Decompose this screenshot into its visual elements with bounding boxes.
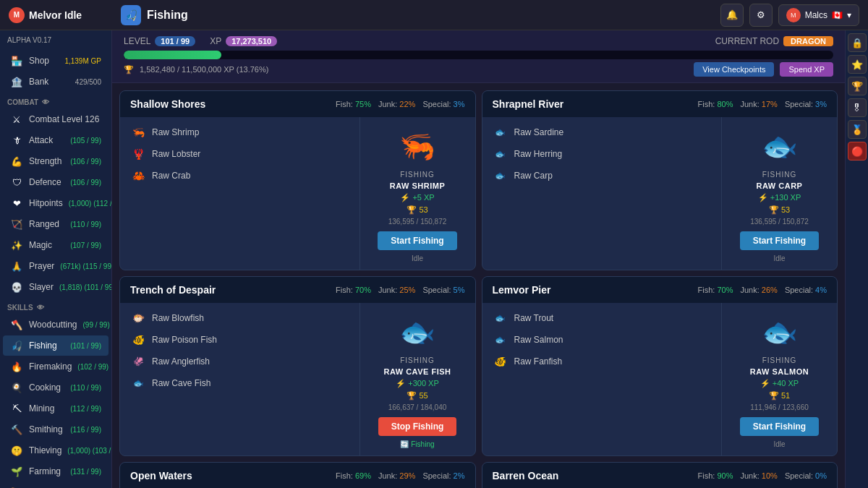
herring-icon: 🐟 (493, 146, 509, 162)
user-menu[interactable]: M Malcs 🇨🇦 ▾ (778, 4, 859, 26)
right-panel-trophy-button[interactable]: 🏆 (848, 77, 867, 95)
sidebar: ALPHA V0.17 🏪 Shop 1,139M GP 🏦 Bank 429/… (0, 30, 112, 488)
slayer-icon: 💀 (10, 281, 23, 294)
shrimp-icon: 🦐 (130, 124, 146, 140)
right-panel-badge-button[interactable]: 🏅 (848, 120, 867, 139)
sidebar-item-bank[interactable]: 🏦 Bank 429/500 (3, 72, 109, 92)
page-icon: 🎣 (121, 5, 141, 25)
xp-value: 17,273,510 (226, 36, 277, 46)
sidebar-item-mining[interactable]: ⛏ Mining (112 / 99) (3, 398, 109, 419)
topbar: M Melvor Idle 🎣 Fishing 🔔 ⚙ M Malcs 🇨🇦 ▾ (0, 0, 868, 30)
anglerfish-icon: 🦑 (130, 354, 146, 369)
ranged-label: Ranged (29, 219, 64, 229)
chevron-down-icon: ▾ (847, 10, 851, 20)
area-body-shallow-shores: 🦐 Raw Shrimp 🦞 Raw Lobster 🦀 Raw Crab (120, 117, 475, 270)
sidebar-item-strength[interactable]: 💪 Strength (106 / 99) (3, 151, 109, 171)
sidebar-item-thieving[interactable]: 🤫 Thieving (1,000) (103 / 99) (3, 440, 109, 461)
fish-name: Raw Blowfish (152, 313, 204, 323)
area-name-shallow-shores: Shallow Shores (130, 98, 205, 110)
sidebar-item-hitpoints[interactable]: ❤ Hitpoints (1,000) (112 / 99) (3, 193, 109, 213)
topbar-right: 🔔 ⚙ M Malcs 🇨🇦 ▾ (720, 4, 859, 27)
area-special-stat: Special: 2% (422, 471, 464, 480)
list-item: 🦑 Raw Anglerfish (130, 354, 349, 369)
stop-fishing-button-trench[interactable]: Stop Fishing (378, 417, 457, 436)
fish-list-shallow-shores: 🦐 Raw Shrimp 🦞 Raw Lobster 🦀 Raw Crab (120, 117, 359, 270)
sidebar-item-farming[interactable]: 🌱 Farming (131 / 99) (3, 461, 109, 481)
fishing-label: FISHING (762, 171, 797, 179)
fishing-levels: (101 / 99) (70, 342, 101, 350)
area-name-open-waters: Open Waters (130, 470, 192, 481)
bank-slots: 429/500 (75, 78, 101, 86)
right-panel-red-button[interactable]: 🔴 (848, 142, 867, 160)
fishing-xp: ⚡ +130 XP (758, 193, 801, 202)
fishing-item-name: RAW CAVE FISH (383, 367, 451, 376)
sidebar-item-fletching[interactable]: 🪶 Fletching (122 / 99) (3, 482, 109, 488)
start-fishing-button-shrapnel[interactable]: Start Fishing (740, 231, 819, 250)
level-label: LEVEL (124, 36, 150, 46)
right-panel-star-button[interactable]: ⭐ (848, 55, 867, 74)
attack-levels: (105 / 99) (70, 137, 101, 145)
list-item: 🦀 Raw Crab (130, 168, 349, 184)
sidebar-item-prayer[interactable]: 🙏 Prayer (671k) (115 / 99) (3, 256, 109, 276)
rod-stat: CURRENT ROD DRAGON (715, 36, 833, 46)
avatar: M (786, 8, 801, 22)
fishing-progress: 136,595 / 150,872 (750, 218, 809, 226)
fishing-trophy: 🏆 53 (407, 205, 427, 215)
strength-levels: (106 / 99) (70, 158, 101, 166)
fishing-trophy: 🏆 51 (769, 391, 790, 401)
sidebar-item-cooking[interactable]: 🍳 Cooking (110 / 99) (3, 377, 109, 398)
view-checkpoints-button[interactable]: View Checkpoints (694, 62, 774, 77)
area-special-stat: Special: 5% (422, 286, 464, 294)
combat-icon: ⚔ (10, 113, 23, 126)
woodcutting-icon: 🪓 (10, 318, 23, 331)
defence-icon: 🛡 (10, 176, 23, 189)
stats-row: LEVEL 101 / 99 XP 17,273,510 CURRENT ROD… (124, 36, 833, 46)
sidebar-item-attack[interactable]: 🗡 Attack (105 / 99) (3, 130, 109, 150)
list-item: 🐟 Raw Salmon (493, 332, 712, 348)
sidebar-item-slayer[interactable]: 💀 Slayer (1,818) (101 / 99) (3, 277, 109, 297)
sidebar-item-magic[interactable]: ✨ Magic (107 / 99) (3, 235, 109, 255)
fishing-item-name: RAW SHRIMP (390, 181, 446, 190)
progress-trophy-icon: 🏆 (124, 65, 134, 74)
ranged-icon: 🏹 (10, 218, 23, 231)
settings-button[interactable]: ⚙ (749, 4, 773, 27)
list-item: 🐟 Raw Carp (493, 168, 712, 184)
xp-progress-bar-container (124, 51, 833, 59)
right-panel-lock-button[interactable]: 🔒 (848, 33, 867, 52)
magic-levels: (107 / 99) (70, 241, 101, 249)
sidebar-item-shop[interactable]: 🏪 Shop 1,139M GP (3, 51, 109, 71)
right-panel-medal-button[interactable]: 🎖 (848, 98, 867, 117)
fanfish-icon: 🐠 (493, 354, 509, 369)
farming-label: Farming (29, 466, 64, 476)
poison-fish-icon: 🐠 (130, 332, 146, 348)
sidebar-item-defence[interactable]: 🛡 Defence (106 / 99) (3, 172, 109, 192)
sidebar-item-fishing[interactable]: 🎣 Fishing (101 / 99) (3, 335, 109, 356)
area-junk-stat: Junk: 17% (741, 100, 778, 108)
ranged-levels: (110 / 99) (70, 221, 101, 228)
sidebar-item-woodcutting[interactable]: 🪓 Woodcutting (99 / 99) (3, 314, 109, 335)
shop-gold: 1,139M GP (64, 57, 101, 65)
fishing-progress: 166,637 / 184,040 (388, 403, 447, 411)
magic-icon: ✨ (10, 239, 23, 252)
sidebar-item-firemaking[interactable]: 🔥 Firemaking (102 / 99) (3, 356, 109, 377)
fishing-label: FISHING (400, 356, 435, 364)
hitpoints-levels: (1,000) (112 / 99) (69, 200, 112, 207)
start-fishing-button-lemvor[interactable]: Start Fishing (740, 417, 819, 436)
cooking-levels: (110 / 99) (70, 384, 101, 392)
main-content: LEVEL 101 / 99 XP 17,273,510 CURRENT ROD… (112, 30, 845, 488)
carp-icon: 🐟 (493, 168, 509, 184)
crab-icon: 🦀 (130, 168, 146, 184)
start-fishing-button-shallow[interactable]: Start Fishing (378, 231, 456, 250)
sidebar-item-smithing[interactable]: 🔨 Smithing (116 / 99) (3, 419, 109, 440)
slayer-label: Slayer (29, 282, 54, 292)
area-action-trench: 🐟 FISHING RAW CAVE FISH ⚡ +300 XP 🏆 55 1… (359, 303, 475, 455)
mining-icon: ⛏ (10, 402, 23, 415)
sidebar-item-ranged[interactable]: 🏹 Ranged (110 / 99) (3, 214, 109, 234)
skills-eye-icon: 👁 (37, 304, 44, 312)
notification-button[interactable]: 🔔 (720, 4, 744, 27)
list-item: 🐟 Raw Trout (493, 310, 712, 326)
list-item: 🦞 Raw Lobster (130, 146, 349, 162)
spend-xp-button[interactable]: Spend XP (780, 62, 833, 77)
sidebar-item-combat-level[interactable]: ⚔ Combat Level 126 (3, 109, 109, 129)
level-value: 101 / 99 (155, 36, 195, 46)
